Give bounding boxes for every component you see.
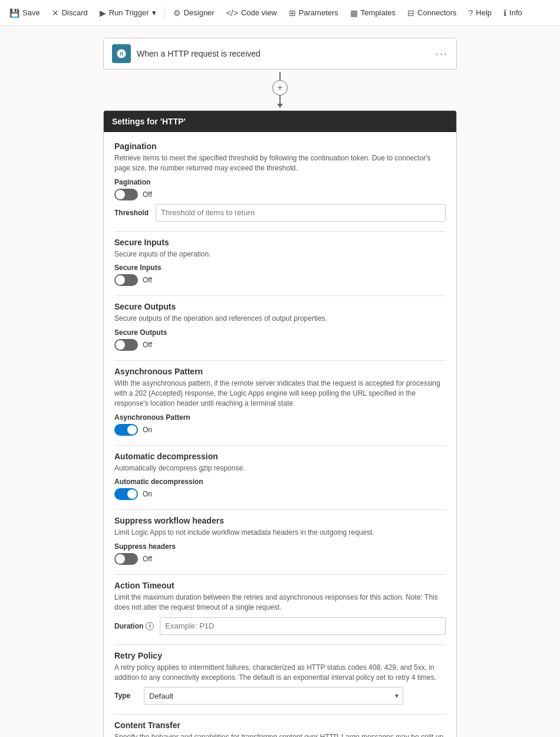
async-pattern-field-label: Asynchronous Pattern [114, 413, 446, 422]
retry-type-row: Type Default None Exponential Interval F… [114, 687, 446, 705]
templates-button[interactable]: ▦ Templates [345, 6, 400, 20]
run-trigger-button[interactable]: ▶ Run Trigger ▾ [95, 6, 161, 20]
discard-icon: ✕ [52, 8, 59, 18]
duration-input[interactable] [160, 617, 446, 635]
designer-button[interactable]: ⚙ Designer [169, 6, 219, 20]
async-pattern-desc: With the asynchronous pattern, if the re… [114, 379, 446, 408]
save-button[interactable]: 💾 Save [5, 6, 45, 20]
suppress-headers-toggle-row: Off [114, 553, 446, 565]
threshold-label: Threshold [114, 209, 150, 217]
save-icon: 💾 [9, 8, 19, 18]
secure-outputs-desc: Secure outputs of the operation and refe… [114, 314, 446, 324]
secure-outputs-toggle-label: Off [143, 341, 152, 349]
divider-retry [114, 714, 446, 715]
secure-outputs-toggle-row: Off [114, 339, 446, 351]
discard-label: Discard [62, 8, 88, 17]
add-step-button[interactable]: + [272, 80, 288, 96]
retry-type-select-wrap: Default None Exponential Interval Fixed … [144, 687, 403, 705]
toolbar: 💾 Save ✕ Discard ▶ Run Trigger ▾ ⚙ Desig… [0, 0, 560, 26]
pagination-toggle-knob [116, 190, 125, 199]
connectors-button[interactable]: ⊟ Connectors [403, 6, 461, 20]
divider-async [114, 445, 446, 446]
templates-icon: ▦ [350, 8, 358, 18]
secure-inputs-toggle-knob [116, 275, 125, 285]
pagination-toggle[interactable] [114, 189, 138, 200]
auto-decompress-toggle-knob [127, 489, 137, 499]
auto-decompress-section: Automatic decompression Automatically de… [114, 452, 446, 501]
parameters-icon: ⊞ [289, 8, 296, 18]
auto-decompress-field-label: Automatic decompression [114, 478, 446, 486]
line-bottom [279, 96, 281, 104]
connectors-label: Connectors [417, 8, 456, 17]
run-trigger-label: Run Trigger [109, 8, 149, 17]
retry-type-select[interactable]: Default None Exponential Interval Fixed … [144, 687, 403, 705]
threshold-row: Threshold [114, 204, 446, 222]
duration-label: Duration i [114, 622, 154, 630]
secure-inputs-toggle[interactable] [114, 274, 138, 286]
suppress-headers-field-label: Suppress headers [114, 542, 446, 551]
info-label: Info [509, 8, 522, 17]
connectors-icon: ⊟ [407, 8, 414, 18]
settings-panel: Settings for 'HTTP' Pagination Retrieve … [103, 110, 457, 737]
duration-row: Duration i [114, 617, 446, 635]
divider-1 [164, 7, 165, 19]
secure-outputs-title: Secure Outputs [114, 302, 446, 311]
secure-outputs-toggle[interactable] [114, 339, 138, 351]
duration-text: Duration [114, 622, 143, 630]
retry-policy-desc: A retry policy applies to intermittent f… [114, 663, 446, 683]
settings-header-title: Settings for 'HTTP' [112, 117, 186, 126]
action-timeout-title: Action Timeout [114, 581, 446, 590]
async-pattern-toggle-label: On [143, 426, 152, 434]
suppress-headers-toggle[interactable] [114, 553, 138, 565]
auto-decompress-desc: Automatically decompress gzip response. [114, 463, 446, 473]
connector-line: + [272, 72, 288, 108]
http-icon [116, 48, 127, 59]
auto-decompress-toggle[interactable] [114, 488, 138, 500]
trigger-card[interactable]: When a HTTP request is received ··· [103, 38, 457, 70]
divider-timeout [114, 644, 446, 645]
help-button[interactable]: ? Help [464, 6, 497, 20]
secure-inputs-toggle-row: Off [114, 274, 446, 286]
discard-button[interactable]: ✕ Discard [47, 6, 93, 20]
pagination-toggle-label: Off [143, 190, 152, 199]
duration-info-icon[interactable]: i [146, 622, 154, 630]
divider-pagination [114, 231, 446, 232]
code-view-button[interactable]: </> Code view [222, 6, 282, 20]
designer-icon: ⚙ [173, 8, 181, 18]
templates-label: Templates [361, 8, 396, 17]
secure-inputs-desc: Secure inputs of the operation. [114, 249, 446, 259]
info-button[interactable]: ℹ Info [499, 6, 527, 20]
pagination-toggle-row: Off [114, 189, 446, 200]
action-timeout-desc: Limit the maximum duration between the r… [114, 593, 446, 613]
retry-type-label: Type [114, 692, 138, 700]
secure-outputs-field-label: Secure Outputs [114, 328, 446, 337]
pagination-field-label: Pagination [114, 178, 446, 186]
suppress-headers-title: Suppress workflow headers [114, 516, 446, 525]
async-pattern-section: Asynchronous Pattern With the asynchrono… [114, 367, 446, 435]
async-pattern-toggle-row: On [114, 424, 446, 436]
secure-inputs-field-label: Secure Inputs [114, 264, 446, 272]
run-icon: ▶ [100, 8, 106, 18]
auto-decompress-toggle-label: On [143, 490, 152, 498]
threshold-input[interactable] [156, 204, 446, 222]
async-pattern-toggle[interactable] [114, 424, 138, 436]
help-icon: ? [469, 8, 473, 18]
settings-header: Settings for 'HTTP' [104, 111, 456, 132]
content-transfer-desc: Specify the behavior and capabilities fo… [114, 732, 446, 737]
content-transfer-title: Content Transfer [114, 720, 446, 730]
auto-decompress-toggle-row: On [114, 488, 446, 500]
secure-inputs-title: Secure Inputs [114, 238, 446, 247]
secure-inputs-toggle-label: Off [143, 276, 152, 284]
divider-secure-outputs [114, 360, 446, 361]
secure-outputs-toggle-knob [116, 340, 125, 350]
trigger-icon-wrap [112, 44, 131, 63]
trigger-more-button[interactable]: ··· [436, 48, 448, 60]
info-icon: ℹ [503, 8, 506, 18]
designer-label: Designer [184, 8, 215, 17]
suppress-headers-toggle-label: Off [143, 555, 152, 563]
divider-secure-inputs [114, 295, 446, 296]
settings-body: Pagination Retrieve items to meet the sp… [104, 132, 456, 737]
arrow-down-icon [277, 104, 283, 108]
parameters-button[interactable]: ⊞ Parameters [284, 6, 343, 20]
line-top [279, 72, 281, 80]
